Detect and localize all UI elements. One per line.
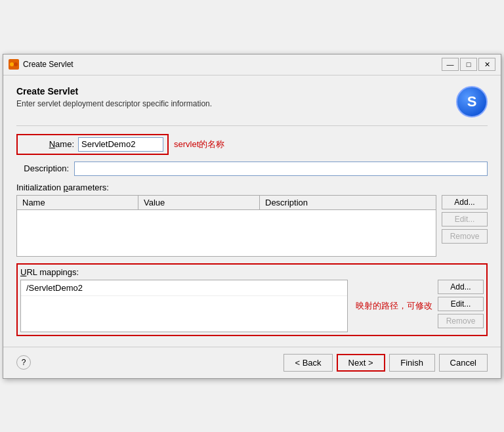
name-label: Name: [22,139,74,149]
init-params-header: Name Value Description [17,196,436,210]
footer-left: ? [16,355,31,370]
dialog-footer: ? < Back Next > Finish Cancel [3,347,501,378]
footer-buttons: < Back Next > Finish Cancel [284,354,488,372]
description-input[interactable] [74,162,488,176]
init-params-table: Name Value Description [16,195,436,257]
dialog-header: Create Servlet Enter servlet deployment … [16,86,488,118]
col-name: Name [17,196,138,209]
url-mappings-label-row: URL mappings: [20,267,484,277]
url-mappings-label: URL mappings: [20,267,79,277]
col-value: Value [138,196,260,209]
url-annotation: 映射的路径，可修改 [356,300,432,312]
help-button[interactable]: ? [16,355,31,370]
url-buttons: Add... Edit... Remove [438,280,484,328]
url-remove-button[interactable]: Remove [438,314,484,328]
url-mappings-section: URL mappings: /ServletDemo2 映射的路径，可修改 Ad… [16,263,488,336]
url-mapping-item[interactable]: /ServletDemo2 [21,280,347,296]
url-section-inner: /ServletDemo2 映射的路径，可修改 Add... Edit... R… [20,280,484,332]
name-box: Name: [16,134,169,155]
dialog-body: Create Servlet Enter servlet deployment … [3,76,501,347]
maximize-button[interactable]: □ [460,58,477,71]
next-button[interactable]: Next > [337,354,385,372]
col-description: Description [260,196,436,209]
init-params-buttons: Add... Edit... Remove [442,195,488,257]
init-params-label: Initialization parameters: [16,183,488,192]
name-input[interactable] [78,137,163,152]
title-controls: — □ ✕ [442,58,495,71]
finish-button[interactable]: Finish [389,354,435,372]
init-params-edit-button[interactable]: Edit... [442,212,488,227]
close-button[interactable]: ✕ [478,58,495,71]
init-params-add-button[interactable]: Add... [442,195,488,209]
dialog-title: Create Servlet [16,86,212,97]
dialog-description: Enter servlet deployment descriptor spec… [16,99,212,108]
title-bar-left: Create Servlet [9,59,74,70]
svg-point-1 [10,62,14,66]
url-edit-button[interactable]: Edit... [438,297,484,311]
description-label: Description: [16,163,69,173]
header-text: Create Servlet Enter servlet deployment … [16,86,212,108]
dialog-window: Create Servlet — □ ✕ Create Servlet Ente… [3,54,501,379]
svg-point-2 [14,62,18,66]
window-title: Create Servlet [23,60,74,69]
app-icon [9,59,19,70]
name-annotation: servlet的名称 [174,139,224,150]
cancel-button[interactable]: Cancel [439,354,488,372]
init-params-remove-button[interactable]: Remove [442,229,488,244]
url-table[interactable]: /ServletDemo2 [20,280,348,332]
url-table-area: /ServletDemo2 映射的路径，可修改 [20,280,432,332]
app-logo: S [456,86,488,118]
init-params-body [17,210,436,256]
name-row-outer: Name: servlet的名称 [16,134,488,155]
header-divider [16,125,488,126]
description-row: Description: [16,162,488,176]
init-params-table-section: Name Value Description Add... Edit... Re… [16,195,488,257]
back-button[interactable]: < Back [284,354,332,372]
title-bar: Create Servlet — □ ✕ [3,54,501,76]
minimize-button[interactable]: — [442,58,459,71]
init-params-section: Initialization parameters: Name Value De… [16,183,488,257]
url-add-button[interactable]: Add... [438,280,484,294]
